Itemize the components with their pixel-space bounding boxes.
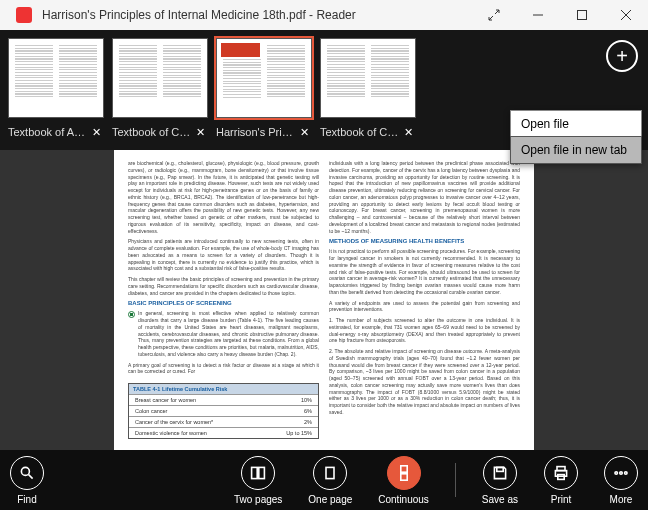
open-menu: Open file Open file in new tab [510, 110, 642, 164]
paragraph: individuals with a long latency period b… [329, 160, 520, 234]
minimize-button[interactable] [516, 0, 560, 30]
bottom-toolbar: Find Two pages One page Continuous Save … [0, 450, 648, 510]
table-row: Domestic violence for womenUp to 15% [129, 427, 318, 438]
print-button[interactable]: Print [544, 456, 578, 505]
tab-thumbnail[interactable] [216, 38, 312, 118]
paragraph: A primary goal of screening is to detect… [128, 362, 319, 376]
save-as-button[interactable]: Save as [482, 456, 518, 505]
title-bar: Harrison's Principles of Internal Medici… [0, 0, 648, 30]
tab-thumbnail[interactable] [8, 38, 104, 118]
continuous-button[interactable]: Continuous [378, 456, 429, 505]
tab-thumbnail[interactable] [112, 38, 208, 118]
svg-rect-1 [578, 11, 587, 20]
svg-rect-6 [252, 467, 258, 478]
tab-close-icon[interactable]: ✕ [296, 124, 312, 140]
tab-1[interactable]: Textbook of Crit… ✕ [110, 38, 210, 140]
svg-point-16 [620, 471, 623, 474]
add-tab-button[interactable]: + [606, 40, 638, 72]
page-content: are biochemical (e.g., cholesterol, gluc… [114, 150, 534, 450]
bullet-icon [128, 311, 135, 318]
close-button[interactable] [604, 0, 648, 30]
tab-label: Harrison's Princi… [216, 126, 296, 138]
print-icon [544, 456, 578, 490]
section-heading: BASIC PRINCIPLES OF SCREENING [128, 300, 319, 306]
tab-strip: Textbook of Ana… ✕ Textbook of Crit… ✕ H… [0, 30, 648, 150]
tab-close-icon[interactable]: ✕ [88, 124, 104, 140]
paragraph: 2. The absolute and relative impact of s… [329, 348, 520, 416]
two-pages-button[interactable]: Two pages [234, 456, 282, 505]
svg-rect-11 [497, 467, 503, 471]
svg-point-4 [21, 467, 29, 475]
continuous-icon [387, 456, 421, 490]
svg-point-17 [625, 471, 628, 474]
two-pages-icon [241, 456, 275, 490]
table-row: Cancer of the cervix for women*2% [129, 416, 318, 427]
paragraph: It is not practical to perform all possi… [329, 248, 520, 295]
tab-label: Textbook of Crit… [112, 126, 192, 138]
save-icon [483, 456, 517, 490]
maximize-button[interactable] [560, 0, 604, 30]
table-row: Colon cancer6% [129, 405, 318, 416]
menu-open-file[interactable]: Open file [511, 111, 641, 137]
tab-label: Textbook of Ana… [8, 126, 88, 138]
tab-0[interactable]: Textbook of Ana… ✕ [6, 38, 106, 140]
tab-close-icon[interactable]: ✕ [192, 124, 208, 140]
svg-rect-9 [400, 465, 406, 471]
app-icon [16, 7, 32, 23]
expand-icon[interactable] [472, 0, 516, 30]
menu-open-file-new-tab[interactable]: Open file in new tab [510, 136, 642, 164]
paragraph: 1. The number of subjects screened to al… [329, 317, 520, 344]
paragraph: This chapter will review the basic princ… [128, 276, 319, 296]
svg-point-15 [615, 471, 618, 474]
table-row: Breast cancer for women10% [129, 394, 318, 405]
more-button[interactable]: More [604, 456, 638, 505]
paragraph: In general, screening is most effective … [138, 310, 319, 357]
svg-rect-8 [326, 467, 334, 478]
svg-line-5 [29, 474, 33, 478]
table-title: TABLE 4-1 Lifetime Cumulative Risk [129, 384, 318, 394]
tab-3[interactable]: Textbook of Crit… ✕ [318, 38, 418, 140]
one-page-icon [313, 456, 347, 490]
one-page-button[interactable]: One page [308, 456, 352, 505]
find-button[interactable]: Find [10, 456, 44, 505]
table-4-1: TABLE 4-1 Lifetime Cumulative Risk Breas… [128, 383, 319, 439]
document-viewer[interactable]: are biochemical (e.g., cholesterol, gluc… [0, 150, 648, 450]
search-icon [10, 456, 44, 490]
paragraph: Physicians and patients are introduced c… [128, 238, 319, 272]
window-controls [472, 0, 648, 30]
svg-rect-7 [259, 467, 265, 478]
svg-rect-10 [400, 473, 406, 479]
window-title: Harrison's Principles of Internal Medici… [42, 8, 356, 22]
tab-label: Textbook of Crit… [320, 126, 400, 138]
section-heading: METHODS OF MEASURING HEALTH BENEFITS [329, 238, 520, 244]
tab-close-icon[interactable]: ✕ [400, 124, 416, 140]
tab-thumbnail[interactable] [320, 38, 416, 118]
more-icon [604, 456, 638, 490]
paragraph: A variety of endpoints are used to asses… [329, 300, 520, 314]
toolbar-divider [455, 463, 456, 497]
tab-2[interactable]: Harrison's Princi… ✕ [214, 38, 314, 140]
paragraph: are biochemical (e.g., cholesterol, gluc… [128, 160, 319, 234]
